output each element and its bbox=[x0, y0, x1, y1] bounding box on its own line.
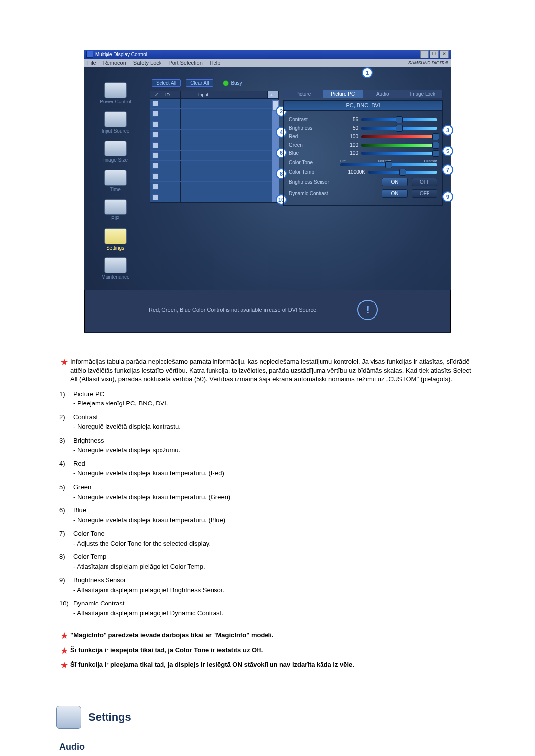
sidebar-item-pip[interactable]: PIP bbox=[86, 199, 145, 221]
item-number: 6) bbox=[59, 506, 71, 515]
maintenance-icon bbox=[104, 257, 127, 273]
dynamic-contrast-on-button[interactable]: ON bbox=[382, 189, 408, 198]
checkbox[interactable] bbox=[152, 184, 158, 190]
checkbox[interactable] bbox=[152, 163, 158, 169]
clear-all-button[interactable]: Clear All bbox=[186, 79, 213, 87]
red-label: Red bbox=[289, 134, 337, 139]
color-tone-slider[interactable] bbox=[340, 163, 437, 166]
sidebar-item-power[interactable]: Power Control bbox=[86, 82, 145, 104]
color-tone-label: Color Tone bbox=[289, 160, 337, 165]
table-row[interactable] bbox=[150, 182, 279, 192]
checkbox[interactable] bbox=[152, 194, 158, 200]
menu-remocon[interactable]: Remocon bbox=[103, 60, 126, 66]
item-number: 2) bbox=[59, 413, 71, 422]
checkbox[interactable] bbox=[152, 121, 158, 127]
menu-file[interactable]: File bbox=[87, 60, 96, 66]
list-item: 10)Dynamic Contrast- Atlasītajam displej… bbox=[59, 599, 476, 622]
table-row[interactable] bbox=[150, 119, 279, 130]
checkbox[interactable] bbox=[152, 111, 158, 117]
col-check[interactable]: ✓ bbox=[150, 91, 163, 98]
input-icon bbox=[104, 111, 127, 127]
star-icon: ★ bbox=[58, 659, 70, 671]
item-title: Brightness Sensor bbox=[73, 576, 476, 585]
sidebar-item-input[interactable]: Input Source bbox=[86, 111, 145, 134]
contrast-slider[interactable] bbox=[361, 118, 437, 121]
item-sub: - Atlasītajam displejam pielāgojiet Brig… bbox=[73, 586, 476, 595]
red-value: 100 bbox=[340, 134, 358, 139]
menu-safety-lock[interactable]: Safety Lock bbox=[133, 60, 161, 66]
item-sub: - Atlasītajam displejam pielāgojiet Colo… bbox=[73, 562, 476, 571]
tab-picture-pc[interactable]: Picture PC bbox=[323, 90, 364, 98]
scroll-up-button[interactable]: ▲ bbox=[268, 91, 279, 98]
brightness-sensor-label: Brightness Sensor bbox=[289, 179, 337, 185]
item-title: Color Temp bbox=[73, 553, 476, 561]
power-icon bbox=[104, 82, 127, 98]
contrast-label: Contrast bbox=[289, 117, 337, 122]
table-row[interactable] bbox=[150, 171, 279, 182]
checkbox[interactable] bbox=[152, 173, 158, 179]
checkbox[interactable] bbox=[152, 101, 158, 106]
table-row[interactable] bbox=[150, 161, 279, 171]
blue-label: Blue bbox=[289, 151, 337, 156]
tab-picture[interactable]: Picture bbox=[283, 90, 323, 98]
display-table: ✓ ID Input ▲ 2 4 6 8 bbox=[150, 91, 279, 203]
tab-image-lock[interactable]: Image Lock bbox=[403, 90, 443, 98]
col-id: ID bbox=[163, 91, 181, 98]
color-temp-value: 10000K bbox=[340, 169, 365, 175]
close-button[interactable]: ✕ bbox=[440, 50, 449, 58]
blue-slider[interactable] bbox=[361, 152, 437, 155]
table-row[interactable] bbox=[150, 192, 279, 202]
sidebar-item-settings[interactable]: Settings bbox=[86, 228, 145, 251]
section-title: Settings bbox=[88, 711, 131, 724]
item-sub: - Adjusts the Color Tone for the selecte… bbox=[73, 539, 476, 548]
star-icon: ★ bbox=[58, 630, 70, 642]
table-row[interactable] bbox=[150, 109, 279, 119]
green-slider[interactable] bbox=[361, 144, 437, 147]
busy-dot-icon bbox=[223, 80, 229, 86]
table-row[interactable] bbox=[150, 130, 279, 140]
tab-audio[interactable]: Audio bbox=[363, 90, 403, 98]
green-label: Green bbox=[289, 142, 337, 148]
item-title: Red bbox=[73, 459, 476, 468]
brightness-sensor-off-button[interactable]: OFF bbox=[412, 178, 437, 186]
sidebar-item-maintenance[interactable]: Maintenance bbox=[86, 257, 145, 280]
scrollbar-thumb[interactable] bbox=[272, 100, 278, 111]
item-sub: - Noregulē izvelētā displeja spožumu. bbox=[73, 446, 476, 454]
item-sub: - Noregulē izvēlētā displeja krāsu tempe… bbox=[73, 493, 476, 502]
modes-band: PC, BNC, DVI bbox=[283, 100, 443, 110]
table-row[interactable] bbox=[150, 140, 279, 151]
settings-section-icon bbox=[56, 706, 81, 729]
menu-port-selection[interactable]: Port Selection bbox=[168, 60, 202, 66]
window-title: Multiple Display Control bbox=[95, 52, 147, 57]
menu-help[interactable]: Help bbox=[210, 60, 221, 66]
select-all-button[interactable]: Select All bbox=[152, 79, 181, 87]
red-slider[interactable] bbox=[361, 135, 437, 138]
callout-9: 9 bbox=[442, 191, 453, 202]
brightness-sensor-on-button[interactable]: ON bbox=[382, 178, 408, 186]
busy-status: Busy bbox=[223, 80, 242, 86]
minimize-button[interactable]: _ bbox=[420, 50, 429, 58]
color-temp-slider[interactable] bbox=[368, 171, 437, 174]
dynamic-contrast-off-button[interactable]: OFF bbox=[412, 189, 437, 198]
item-number: 10) bbox=[59, 599, 71, 608]
app-icon bbox=[86, 51, 93, 58]
item-sub: - Noregulē izvelētā displeja kontrastu. bbox=[73, 422, 476, 431]
section-heading: Settings bbox=[56, 706, 476, 729]
sidebar-item-image-size[interactable]: Image Size bbox=[86, 141, 145, 163]
callout-3: 3 bbox=[442, 125, 453, 136]
list-item: 9)Brightness Sensor- Atlasītajam displej… bbox=[59, 576, 476, 599]
intro-note: ★ Informācijas tabula parāda nepieciešam… bbox=[58, 357, 476, 384]
note-line: ★Šī funkcija ir pieejama tikai tad, ja d… bbox=[58, 660, 476, 671]
brightness-slider[interactable] bbox=[361, 127, 437, 130]
list-item: 7)Color Tone- Adjusts the Color Tone for… bbox=[59, 529, 476, 553]
sidebar-item-time[interactable]: Time bbox=[86, 170, 145, 192]
item-number: 5) bbox=[59, 483, 71, 492]
image-size-icon bbox=[104, 141, 127, 156]
checkbox[interactable] bbox=[152, 132, 158, 138]
maximize-button[interactable]: ❐ bbox=[430, 50, 439, 58]
callout-1: 1 bbox=[362, 67, 373, 78]
table-row[interactable] bbox=[150, 99, 279, 109]
checkbox[interactable] bbox=[152, 142, 158, 148]
checkbox[interactable] bbox=[152, 152, 158, 158]
table-row[interactable] bbox=[150, 151, 279, 161]
